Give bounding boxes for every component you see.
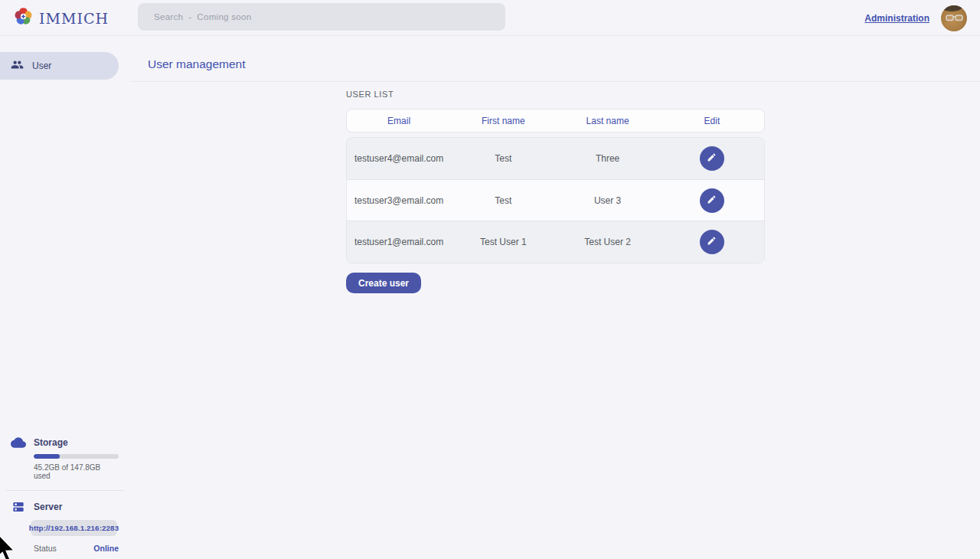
last-name-cell: Test User 2 (556, 237, 660, 247)
status-label: Status (34, 544, 57, 553)
column-header-first-name: First name (451, 116, 555, 126)
user-table-body: testuser4@email.comTestThreetestuser3@em… (346, 137, 765, 263)
status-value: Online (93, 544, 119, 553)
column-header-email: Email (347, 116, 451, 126)
storage-header: Storage (0, 437, 131, 448)
edit-cell (660, 146, 764, 171)
cloud-icon (11, 437, 26, 448)
storage-progress-fill (34, 454, 60, 459)
first-name-cell: Test (451, 195, 555, 206)
pencil-icon (707, 195, 717, 207)
server-header: Server (0, 501, 131, 513)
table-row: testuser3@email.comTestUser 3 (347, 179, 764, 221)
table-row: testuser1@email.comTest User 1Test User … (347, 221, 764, 263)
edit-user-button[interactable] (700, 230, 724, 254)
sidebar-footer: Storage 45.2GB of 147.8GB used Server ht… (0, 437, 131, 559)
last-name-cell: User 3 (556, 195, 660, 206)
edit-user-button[interactable] (700, 188, 724, 213)
sidebar-item-user[interactable]: User (0, 52, 119, 80)
server-icon (11, 501, 26, 513)
user-table-header: Email First name Last name Edit (346, 109, 765, 132)
email-cell: testuser4@email.com (347, 153, 451, 164)
search-input[interactable] (138, 3, 505, 31)
first-name-cell: Test User 1 (451, 237, 555, 247)
first-name-cell: Test (451, 153, 555, 164)
sidebar: User Storage 45.2GB of 147.8GB used (0, 36, 131, 559)
title-divider (131, 81, 980, 82)
administration-link[interactable]: Administration (864, 13, 929, 24)
email-cell: testuser1@email.com (347, 237, 451, 247)
users-icon (11, 58, 24, 74)
storage-title: Storage (34, 437, 68, 448)
column-header-last-name: Last name (556, 116, 660, 126)
storage-progress-bar (34, 454, 119, 459)
pencil-icon (707, 152, 717, 165)
table-row: testuser4@email.comTestThree (347, 138, 764, 179)
storage-usage-text: 45.2GB of 147.8GB used (34, 463, 119, 480)
server-status-row: Status Online (34, 544, 119, 553)
column-header-edit: Edit (660, 116, 764, 126)
section-title: USER LIST (346, 90, 765, 99)
immich-flower-icon (14, 7, 33, 29)
app-title: IMMICH (39, 10, 109, 27)
user-list-section: USER LIST Email First name Last name Edi… (346, 90, 765, 293)
sidebar-divider (6, 490, 125, 491)
user-avatar[interactable] (941, 5, 967, 31)
main-content: User management USER LIST Email First na… (131, 36, 980, 559)
email-cell: testuser3@email.com (347, 195, 451, 206)
top-header: IMMICH Administration (0, 0, 980, 36)
server-url-badge: http://192.168.1.216:2283 (31, 520, 117, 536)
sidebar-item-user-label: User (32, 60, 51, 71)
server-block: Server http://192.168.1.216:2283 Status … (0, 501, 131, 559)
edit-user-button[interactable] (700, 146, 724, 171)
immich-logo: IMMICH (14, 7, 109, 29)
edit-cell (660, 188, 764, 213)
create-user-button[interactable]: Create user (346, 273, 421, 293)
page-title: User management (148, 57, 246, 71)
pencil-icon (707, 236, 717, 248)
server-title: Server (34, 502, 62, 512)
last-name-cell: Three (556, 153, 660, 164)
edit-cell (660, 230, 764, 254)
